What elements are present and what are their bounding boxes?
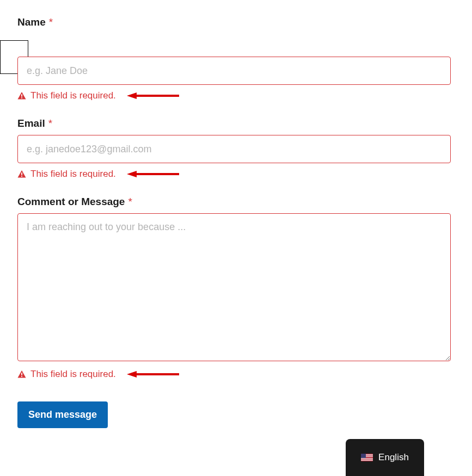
svg-rect-4 <box>21 172 22 175</box>
language-switcher[interactable]: English <box>346 439 424 476</box>
email-error-text: This field is required. <box>30 169 116 180</box>
email-label-row: Email * <box>17 118 456 129</box>
warning-icon <box>17 170 26 178</box>
svg-rect-8 <box>21 373 22 375</box>
required-asterisk: * <box>128 196 132 208</box>
arrow-annotation <box>127 370 179 378</box>
svg-rect-5 <box>21 176 22 177</box>
name-input[interactable] <box>17 57 451 85</box>
name-label-row: Name * <box>17 16 456 28</box>
svg-marker-7 <box>127 171 137 177</box>
arrow-annotation <box>127 92 179 100</box>
warning-icon <box>17 91 26 100</box>
language-label: English <box>378 452 409 463</box>
message-label: Comment or Message <box>17 196 125 208</box>
form-group-email: Email * This field is required. <box>17 118 456 180</box>
form-group-name: Name * This field is required. <box>17 16 456 101</box>
required-asterisk: * <box>48 118 52 129</box>
required-asterisk: * <box>49 16 53 28</box>
email-error-row: This field is required. <box>17 169 456 180</box>
name-error-row: This field is required. <box>17 90 456 101</box>
message-error-row: This field is required. <box>17 369 456 380</box>
email-input[interactable] <box>17 135 451 163</box>
message-error-text: This field is required. <box>30 369 116 380</box>
submit-row: Send message <box>17 401 456 428</box>
svg-rect-9 <box>21 376 22 377</box>
us-flag-icon <box>361 454 373 461</box>
form-group-message: Comment or Message * This field is requi… <box>17 196 456 380</box>
svg-rect-1 <box>21 97 22 98</box>
arrow-annotation <box>127 170 179 178</box>
submit-button[interactable]: Send message <box>17 401 108 428</box>
message-textarea[interactable] <box>17 213 451 361</box>
message-label-row: Comment or Message * <box>17 196 456 208</box>
name-label: Name <box>17 16 46 28</box>
svg-marker-11 <box>127 371 137 378</box>
warning-icon <box>17 370 26 379</box>
svg-marker-3 <box>127 92 137 99</box>
svg-rect-0 <box>21 94 22 97</box>
name-error-text: This field is required. <box>30 90 116 101</box>
email-label: Email <box>17 118 45 129</box>
